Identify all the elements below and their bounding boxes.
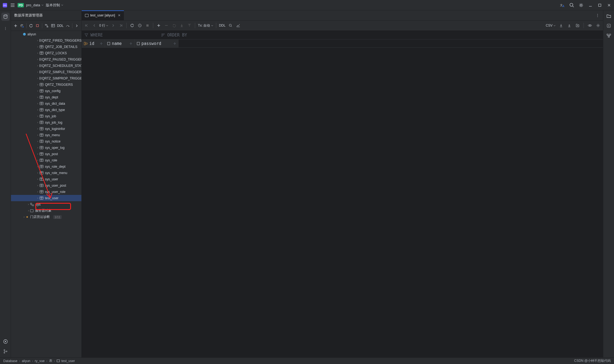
- table-node[interactable]: ›sys_notice: [11, 138, 81, 144]
- maximize-icon[interactable]: [597, 2, 602, 8]
- tree[interactable]: aliyun ›QRTZ_FIRED_TRIGGERS ›QRTZ_JOB_DE…: [11, 31, 81, 357]
- where-filter[interactable]: WHERE: [82, 31, 158, 39]
- upload-icon[interactable]: [187, 23, 192, 28]
- table-node[interactable]: ›QRTZ_TRIGGERS: [11, 81, 81, 88]
- where-label: WHERE: [90, 33, 103, 38]
- datasource-label: aliyun: [27, 32, 36, 36]
- structure-tool-icon[interactable]: [606, 33, 612, 38]
- extractor-dropdown[interactable]: CSV: [546, 24, 556, 27]
- table-icon: [40, 108, 43, 111]
- tx-mode-dropdown[interactable]: Tx: 自动: [198, 23, 213, 28]
- search-data-icon[interactable]: [228, 23, 233, 28]
- column-header-password[interactable]: password÷: [135, 39, 178, 47]
- table-node[interactable]: ›QRTZ_LOCKS: [11, 50, 81, 56]
- table-node[interactable]: ›QRTZ_PAUSED_TRIGGER_GRPS: [11, 56, 81, 62]
- chevron-icon: ›: [37, 58, 38, 61]
- commit-icon[interactable]: [179, 23, 184, 28]
- gear-icon[interactable]: [595, 23, 601, 28]
- chevron-right-icon[interactable]: [75, 23, 79, 29]
- tab-title: test_user [aliyun]: [90, 13, 115, 17]
- table-node-selected[interactable]: ›test_user: [11, 195, 81, 201]
- breadcrumb-table[interactable]: test_user: [61, 359, 75, 363]
- revert-icon[interactable]: [171, 23, 177, 28]
- database-tool-icon[interactable]: [1, 13, 10, 21]
- add-row-icon[interactable]: [156, 23, 161, 28]
- jump-icon[interactable]: [65, 23, 70, 29]
- server-objects-node[interactable]: › 服务器对象: [11, 207, 81, 214]
- files-tool-icon[interactable]: [606, 13, 612, 19]
- table-node[interactable]: ›sys_job_log: [11, 119, 81, 126]
- table-node[interactable]: ›sys_role_dept: [11, 163, 81, 170]
- table-node[interactable]: ›sys_config: [11, 88, 81, 94]
- ddl-button[interactable]: DDL: [57, 24, 64, 28]
- minimize-icon[interactable]: [588, 2, 593, 8]
- breadcrumb-ds[interactable]: aliyun: [22, 359, 30, 363]
- tab-test-user[interactable]: test_user [aliyun] ✕: [82, 10, 124, 20]
- table-node[interactable]: ›sys_user: [11, 176, 81, 182]
- orderby-filter[interactable]: ORDER BY: [158, 31, 603, 39]
- more-vertical-icon[interactable]: ⋮: [595, 13, 600, 18]
- diagram-icon[interactable]: [44, 23, 49, 29]
- import-icon[interactable]: [575, 23, 580, 28]
- close-window-icon[interactable]: [606, 2, 612, 8]
- project-dropdown[interactable]: pro_data: [26, 3, 43, 7]
- add-icon[interactable]: [13, 23, 18, 29]
- table-node[interactable]: ›sys_user_post: [11, 182, 81, 189]
- breadcrumb-root[interactable]: Database: [3, 359, 17, 363]
- table-node[interactable]: ›QRTZ_SCHEDULER_STATE: [11, 62, 81, 69]
- download-icon[interactable]: [558, 23, 564, 28]
- ddl-button[interactable]: DDL: [219, 24, 226, 27]
- hamburger-icon[interactable]: [10, 2, 15, 8]
- table-node[interactable]: ›sys_oper_log: [11, 144, 81, 151]
- apply-icon[interactable]: [145, 23, 150, 28]
- settings-icon[interactable]: [578, 2, 584, 8]
- table-node[interactable]: ›QRTZ_SIMPLE_TRIGGERS: [11, 69, 81, 75]
- ds-refresh-icon[interactable]: [19, 23, 24, 29]
- reload-icon[interactable]: [129, 23, 135, 28]
- table-node[interactable]: ›sys_post: [11, 151, 81, 157]
- table-node[interactable]: ›sys_logininfor: [11, 126, 81, 132]
- table-node[interactable]: ›sys_user_role: [11, 189, 81, 195]
- close-tab-icon[interactable]: ✕: [118, 13, 121, 17]
- clock-icon[interactable]: [137, 23, 143, 28]
- stop-icon[interactable]: [35, 23, 40, 29]
- refresh-icon[interactable]: [29, 23, 33, 29]
- table-node[interactable]: ›sys_dict_data: [11, 100, 81, 107]
- vcs-dropdown[interactable]: 版本控制: [46, 3, 63, 8]
- table-node[interactable]: ›sys_dict_type: [11, 107, 81, 113]
- ai-tool-icon[interactable]: A: [606, 23, 612, 29]
- remove-row-icon[interactable]: [164, 23, 169, 28]
- table-node[interactable]: ›QRTZ_FIRED_TRIGGERS: [11, 37, 81, 44]
- table-node[interactable]: ›sys_job: [11, 113, 81, 119]
- analytics-icon[interactable]: [235, 23, 241, 28]
- datasource-node[interactable]: aliyun: [11, 31, 81, 37]
- column-header-id[interactable]: id÷: [82, 39, 105, 47]
- table-node[interactable]: ›sys_role: [11, 157, 81, 163]
- chevron-icon: ›: [37, 190, 38, 193]
- prev-page-icon[interactable]: [92, 23, 97, 28]
- table-node[interactable]: ›QRTZ_JOB_DETAILS: [11, 44, 81, 50]
- more-vertical-icon[interactable]: ⋯: [3, 26, 8, 31]
- run-tool-icon[interactable]: [3, 339, 8, 344]
- grid-icon[interactable]: [51, 23, 55, 29]
- table-node[interactable]: ›sys_dept: [11, 94, 81, 100]
- export2-icon[interactable]: [567, 23, 572, 28]
- datasource-node[interactable]: › ✦ 门店营运诊断 1/11: [11, 214, 81, 220]
- next-page-icon[interactable]: [110, 23, 116, 28]
- vcs-tool-icon[interactable]: [3, 349, 8, 354]
- row-count[interactable]: 0 行: [99, 23, 108, 28]
- translate-icon[interactable]: 文A: [560, 2, 565, 8]
- last-page-icon[interactable]: [118, 23, 124, 28]
- column-header-name[interactable]: name÷: [105, 39, 135, 47]
- orderby-label: ORDER BY: [167, 33, 187, 38]
- search-icon[interactable]: [569, 2, 575, 8]
- schema-node[interactable]: › sys: [11, 201, 81, 207]
- breadcrumb-schema[interactable]: ry_vue: [35, 359, 45, 363]
- eye-icon[interactable]: [587, 23, 593, 28]
- table-node[interactable]: ›QRTZ_SIMPROP_TRIGGERS: [11, 75, 81, 81]
- table-node[interactable]: ›sys_menu: [11, 132, 81, 138]
- data-grid-body[interactable]: [82, 48, 603, 357]
- breadcrumb-tables[interactable]: 表: [49, 359, 52, 363]
- first-page-icon[interactable]: [84, 23, 89, 28]
- table-node[interactable]: ›sys_role_menu: [11, 170, 81, 176]
